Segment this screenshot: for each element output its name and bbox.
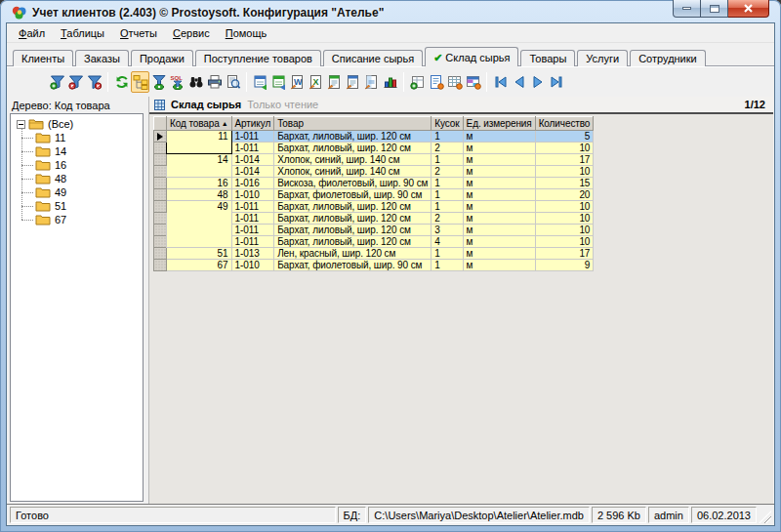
- cell-unit[interactable]: м: [463, 201, 535, 213]
- tree-node-11[interactable]: 11: [21, 131, 143, 144]
- cell-qty[interactable]: 15: [535, 178, 594, 189]
- cell-qty[interactable]: 10: [535, 225, 594, 236]
- menu-service[interactable]: Сервис: [165, 25, 218, 41]
- cell-piece[interactable]: 1: [432, 201, 463, 213]
- row-marker[interactable]: [154, 154, 167, 166]
- print-preview-button[interactable]: [224, 71, 242, 93]
- cell-article[interactable]: 1-011: [231, 143, 274, 154]
- cell-qty[interactable]: 10: [535, 213, 594, 225]
- cell-unit[interactable]: м: [463, 236, 535, 248]
- cell-unit[interactable]: м: [463, 213, 535, 225]
- cell-article[interactable]: 1-016: [231, 178, 274, 189]
- cell-code[interactable]: 49: [167, 201, 232, 248]
- cell-article[interactable]: 1-010: [231, 189, 274, 201]
- cell-item[interactable]: Бархат, лиловый, шир. 120 см: [274, 213, 432, 225]
- tree-node-root[interactable]: (Все): [15, 117, 143, 131]
- cell-item[interactable]: Бархат, лиловый, шир. 120 см: [274, 236, 432, 248]
- menu-file[interactable]: Файл: [11, 25, 53, 41]
- cell-article[interactable]: 1-010: [231, 260, 274, 271]
- filter-set-button[interactable]: [48, 71, 66, 93]
- cell-code[interactable]: 16: [167, 178, 232, 189]
- cell-qty[interactable]: 10: [535, 236, 594, 248]
- cell-piece[interactable]: 1: [432, 189, 463, 201]
- tab-writeoff[interactable]: Списание сырья: [323, 50, 423, 66]
- minimize-button[interactable]: [673, 0, 701, 18]
- col-code[interactable]: Код товара▲: [167, 117, 232, 131]
- cell-unit[interactable]: м: [463, 189, 535, 201]
- tab-employees[interactable]: Сотрудники: [630, 50, 706, 66]
- cell-article[interactable]: 1-011: [231, 236, 274, 248]
- resize-grip[interactable]: [759, 511, 771, 523]
- row-marker[interactable]: [154, 248, 167, 260]
- table-settings-button[interactable]: [445, 71, 464, 93]
- export-word-button[interactable]: W: [288, 71, 307, 93]
- tree-node-48[interactable]: 48: [21, 172, 143, 185]
- find-button[interactable]: [186, 71, 205, 93]
- cell-code[interactable]: 14: [167, 154, 232, 178]
- cell-unit[interactable]: м: [463, 260, 535, 271]
- cell-article[interactable]: 1-014: [231, 166, 274, 178]
- cell-item[interactable]: Бархат, лиловый, шир. 120 см: [274, 201, 432, 213]
- cell-unit[interactable]: м: [463, 143, 535, 154]
- filter-view-button[interactable]: [149, 71, 168, 93]
- tab-services[interactable]: Услуги: [577, 50, 628, 66]
- cell-piece[interactable]: 2: [432, 213, 463, 225]
- cell-article[interactable]: 1-011: [231, 131, 274, 143]
- add-record-button[interactable]: [408, 71, 427, 93]
- cell-piece[interactable]: 1: [432, 131, 463, 143]
- cell-item[interactable]: Бархат, лиловый, шир. 120 см: [274, 131, 432, 143]
- col-item[interactable]: Товар: [274, 117, 432, 131]
- cell-unit[interactable]: м: [463, 154, 535, 166]
- tab-goods[interactable]: Товары: [520, 50, 575, 66]
- sql-filter-button[interactable]: SQL: [168, 71, 186, 93]
- cell-article[interactable]: 1-011: [231, 201, 274, 213]
- cell-item[interactable]: Бархат, лиловый, шир. 120 см: [274, 225, 432, 236]
- cell-item[interactable]: Бархат, фиолетовый, шир. 90 см: [274, 260, 432, 271]
- cell-piece[interactable]: 1: [432, 154, 463, 166]
- cell-code[interactable]: 48: [167, 189, 232, 201]
- cell-unit[interactable]: м: [463, 131, 535, 143]
- cell-article[interactable]: 1-011: [231, 213, 274, 225]
- cell-unit[interactable]: м: [463, 248, 535, 260]
- cell-qty[interactable]: 5: [535, 131, 594, 143]
- menu-help[interactable]: Помощь: [218, 25, 275, 41]
- row-marker[interactable]: [154, 166, 167, 178]
- tree-node-16[interactable]: 16: [21, 158, 143, 172]
- row-marker[interactable]: [154, 143, 167, 154]
- export-doc-3-button[interactable]: [362, 71, 381, 93]
- print-button[interactable]: [205, 71, 224, 93]
- cell-piece[interactable]: 4: [432, 236, 463, 248]
- row-marker[interactable]: [154, 260, 167, 271]
- filter-disable-button[interactable]: [85, 71, 103, 93]
- cell-qty[interactable]: 10: [535, 201, 594, 213]
- nav-next-button[interactable]: [528, 71, 547, 93]
- cell-qty[interactable]: 17: [535, 248, 594, 260]
- cell-article[interactable]: 1-011: [231, 225, 274, 236]
- tab-goods-receipt[interactable]: Поступление товаров: [195, 50, 321, 66]
- export-doc-2-button[interactable]: [344, 71, 362, 93]
- cell-qty[interactable]: 10: [535, 166, 594, 178]
- cell-article[interactable]: 1-014: [231, 154, 274, 166]
- cell-piece[interactable]: 2: [432, 143, 463, 154]
- table-colors-button[interactable]: [464, 71, 482, 93]
- tree-node-49[interactable]: 49: [21, 185, 143, 199]
- cell-unit[interactable]: м: [463, 166, 535, 178]
- row-marker[interactable]: [154, 178, 167, 189]
- report-button[interactable]: [427, 71, 445, 93]
- cell-piece[interactable]: 2: [432, 166, 463, 178]
- col-article[interactable]: Артикул: [231, 117, 274, 131]
- tree-node-67[interactable]: 67: [21, 213, 143, 226]
- tab-sales[interactable]: Продажи: [131, 50, 193, 66]
- nav-prev-button[interactable]: [510, 71, 528, 93]
- col-unit[interactable]: Ед. измерения: [463, 117, 535, 131]
- cell-code[interactable]: 11: [167, 131, 232, 154]
- export-form-blue-button[interactable]: [251, 71, 269, 93]
- cell-piece[interactable]: 1: [432, 248, 463, 260]
- cell-qty[interactable]: 20: [535, 189, 594, 201]
- export-form-green-button[interactable]: [269, 71, 288, 93]
- nav-last-button[interactable]: [547, 71, 565, 93]
- filter-delete-button[interactable]: [66, 71, 85, 93]
- cell-item[interactable]: Хлопок, синий, шир. 140 см: [274, 166, 432, 178]
- maximize-button[interactable]: [701, 0, 728, 18]
- cell-code[interactable]: 67: [167, 260, 232, 271]
